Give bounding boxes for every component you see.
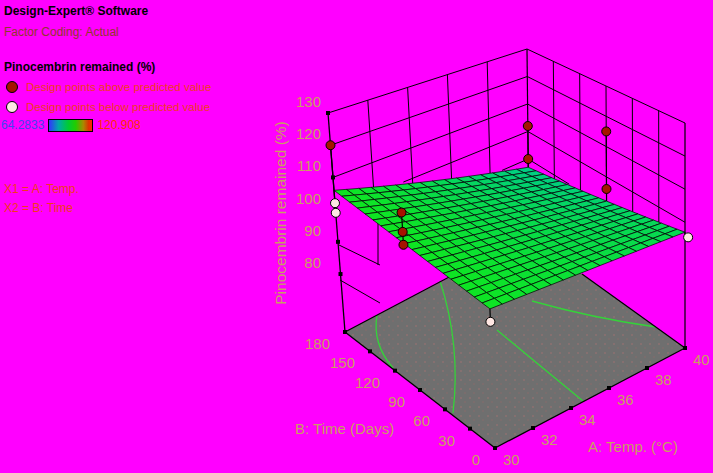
svg-text:100: 100	[296, 190, 321, 207]
design-point-above[interactable]	[524, 155, 533, 164]
svg-text:90: 90	[304, 222, 321, 239]
svg-text:60: 60	[413, 412, 430, 429]
design-point-above[interactable]	[326, 141, 335, 150]
design-point-above[interactable]	[602, 185, 611, 194]
svg-text:130: 130	[296, 93, 321, 110]
design-point-above[interactable]	[399, 240, 408, 249]
svg-text:150: 150	[330, 354, 355, 371]
design-expert-plot-window: Design-Expert® Software Factor Coding: A…	[0, 0, 713, 473]
design-point-above[interactable]	[602, 127, 611, 136]
svg-text:36: 36	[617, 391, 634, 408]
svg-text:120: 120	[355, 374, 380, 391]
a-axis-title: A: Temp. (°C)	[588, 438, 678, 455]
svg-text:30: 30	[503, 451, 520, 468]
design-point-above[interactable]	[523, 122, 532, 131]
design-point-below[interactable]	[331, 208, 340, 217]
design-point-above[interactable]	[398, 227, 407, 236]
svg-text:80: 80	[304, 254, 321, 271]
svg-text:90: 90	[388, 393, 405, 410]
svg-text:30: 30	[438, 432, 455, 449]
svg-text:34: 34	[579, 411, 596, 428]
svg-text:40: 40	[693, 351, 710, 368]
svg-text:180: 180	[305, 335, 330, 352]
svg-text:38: 38	[655, 371, 672, 388]
design-point-below[interactable]	[331, 199, 340, 208]
design-point-above[interactable]	[397, 208, 406, 217]
svg-text:120: 120	[296, 125, 321, 142]
response-surface-3d-plot[interactable]: 8090100110120130180150120906030030323436…	[0, 0, 713, 473]
design-point-below[interactable]	[486, 317, 495, 326]
design-point-below[interactable]	[684, 233, 693, 242]
svg-text:110: 110	[297, 157, 321, 174]
b-axis-title: B: Time (Days)	[295, 420, 394, 437]
z-axis-title: Pinocembrin remained (%)	[272, 121, 289, 305]
svg-text:0: 0	[472, 451, 480, 468]
svg-text:32: 32	[541, 431, 558, 448]
